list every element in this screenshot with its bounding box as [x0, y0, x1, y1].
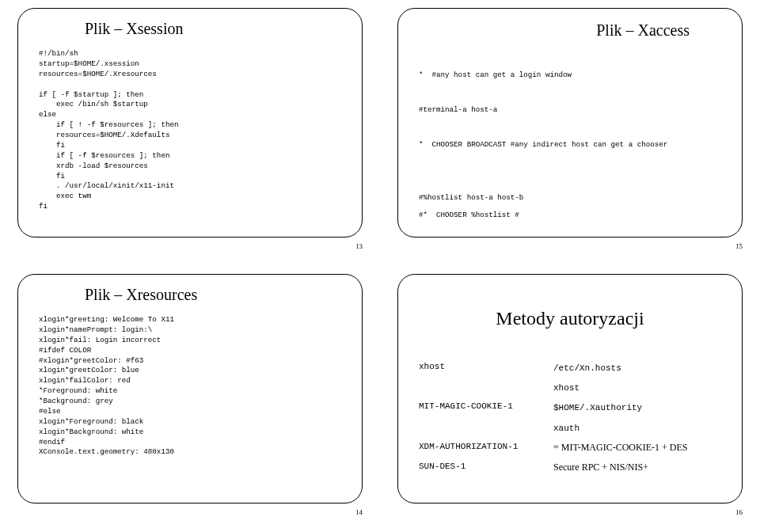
table-row: xhost /etc/Xn.hosts	[419, 358, 721, 378]
slide-14: Plik – Xresources xlogin*greeting: Welco…	[0, 266, 380, 532]
auth-desc: /etc/Xn.hosts	[553, 358, 621, 378]
page-number: 15	[735, 242, 743, 250]
auth-desc: xhost	[553, 378, 580, 397]
slide-frame: Plik – Xresources xlogin*greeting: Welco…	[17, 274, 363, 504]
slide-frame: Plik – Xaccess * #any host can get a log…	[397, 8, 743, 238]
page-number: 14	[355, 508, 363, 516]
slide-13: Plik – Xsession #!/bin/sh startup=$HOME/…	[0, 0, 380, 266]
code-block: * #any host can get a login window #term…	[419, 66, 721, 224]
page-number: 16	[735, 508, 743, 516]
table-row: MIT-MAGIC-COOKIE-1 $HOME/.Xauthority	[419, 397, 721, 417]
auth-desc: = MIT-MAGIC-COOKIE-1 + DES	[553, 438, 687, 458]
table-row: xauth	[419, 418, 721, 438]
slide-frame: Metody autoryzacji xhost /etc/Xn.hosts x…	[397, 274, 743, 504]
auth-method: MIT-MAGIC-COOKIE-1	[419, 397, 553, 417]
auth-method: SUN-DES-1	[419, 458, 553, 477]
auth-desc: Secure RPC + NIS/NIS+	[553, 458, 648, 477]
slide-grid: Plik – Xsession #!/bin/sh startup=$HOME/…	[0, 0, 760, 532]
auth-method: XDM-AUTHORIZATION-1	[419, 438, 553, 458]
slide-15: Plik – Xaccess * #any host can get a log…	[380, 0, 760, 266]
auth-method	[419, 418, 553, 438]
auth-table: xhost /etc/Xn.hosts xhost MIT-MAGIC-COOK…	[419, 358, 721, 477]
slide-title: Plik – Xaccess	[419, 21, 690, 40]
slide-title: Metody autoryzacji	[419, 308, 721, 329]
auth-desc: xauth	[553, 418, 580, 438]
auth-method: xhost	[419, 358, 553, 378]
slide-title: Plik – Xresources	[85, 286, 341, 304]
table-row: xhost	[419, 378, 721, 397]
slide-title: Plik – Xsession	[85, 20, 341, 38]
table-row: XDM-AUTHORIZATION-1 = MIT-MAGIC-COOKIE-1…	[419, 438, 721, 458]
slide-frame: Plik – Xsession #!/bin/sh startup=$HOME/…	[17, 8, 363, 238]
code-block: xlogin*greeting: Welcome To X11 xlogin*n…	[39, 315, 341, 458]
code-block: #!/bin/sh startup=$HOME/.xsession resour…	[39, 49, 341, 212]
slide-16: Metody autoryzacji xhost /etc/Xn.hosts x…	[380, 266, 760, 532]
auth-desc: $HOME/.Xauthority	[553, 397, 642, 417]
table-row: SUN-DES-1 Secure RPC + NIS/NIS+	[419, 458, 721, 477]
page-number: 13	[355, 242, 363, 250]
auth-method	[419, 378, 553, 397]
